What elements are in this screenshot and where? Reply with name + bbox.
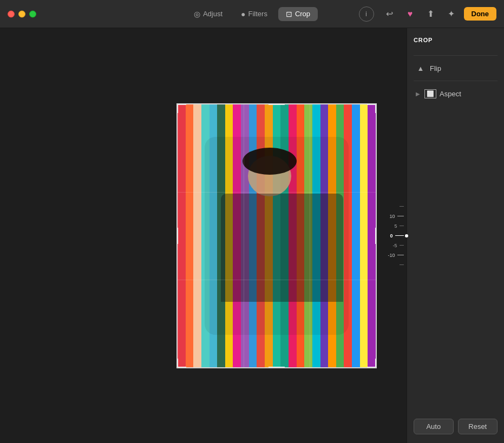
right-panel: CROP ▲ Flip ▶ ⬜ Aspect Auto Reset xyxy=(407,28,504,443)
info-icon: i xyxy=(365,10,367,18)
tab-filters-label: Filters xyxy=(248,10,267,18)
aspect-icon: ⬜ xyxy=(426,89,435,98)
reset-button[interactable]: Reset xyxy=(458,419,498,434)
panel-divider-mid xyxy=(414,81,498,81)
aspect-row[interactable]: ▶ ⬜ Aspect xyxy=(414,85,498,102)
dial-tick-15 xyxy=(382,202,404,211)
adjust-tools-button[interactable]: ✦ xyxy=(443,6,460,22)
maximize-button[interactable] xyxy=(29,10,36,17)
done-button[interactable]: Done xyxy=(464,7,497,21)
dial-tick-0: 0 xyxy=(382,231,404,241)
panel-title: CROP xyxy=(414,37,498,43)
panel-divider-top xyxy=(414,55,498,56)
crop-handle-bottom[interactable] xyxy=(269,367,285,368)
photo-canvas[interactable] xyxy=(176,103,377,368)
dial-track: 10 5 0 -5 xyxy=(382,182,404,290)
toolbar-right: i ↩ ♥ ⬆ ✦ Done xyxy=(359,6,497,22)
dial-tick-n10: -10 xyxy=(382,250,404,260)
panel-bottom: Auto Reset xyxy=(414,410,498,434)
tab-adjust-label: Adjust xyxy=(203,10,222,18)
rotation-dial[interactable]: 10 5 0 -5 xyxy=(382,182,409,290)
minimize-button[interactable] xyxy=(18,10,25,17)
crop-handle-right[interactable] xyxy=(375,228,377,244)
photo-area: 10 5 0 -5 xyxy=(146,28,407,443)
filters-icon: ● xyxy=(241,10,245,18)
close-button[interactable] xyxy=(8,10,15,17)
photo-wrapper: 10 5 0 -5 xyxy=(176,103,377,368)
wand-icon: ✦ xyxy=(448,9,455,19)
auto-button[interactable]: Auto xyxy=(414,419,454,434)
flip-icon: ▲ xyxy=(416,63,426,73)
dial-tick-5: 5 xyxy=(382,221,404,231)
aspect-label: Aspect xyxy=(440,90,461,98)
main-content: 10 5 0 -5 xyxy=(0,28,504,443)
info-button[interactable]: i xyxy=(359,6,374,22)
aspect-chevron-icon: ▶ xyxy=(416,91,420,97)
revert-icon: ↩ xyxy=(386,9,393,19)
crop-handle-top[interactable] xyxy=(269,103,285,105)
crop-handle-bottom-right[interactable] xyxy=(367,359,377,368)
flip-row[interactable]: ▲ Flip xyxy=(414,60,498,76)
crop-handle-top-left[interactable] xyxy=(176,103,186,113)
heart-icon: ♥ xyxy=(408,9,413,19)
dial-tick-n15 xyxy=(382,260,404,270)
photo-background xyxy=(178,104,376,367)
crop-handle-left[interactable] xyxy=(176,228,178,244)
tab-crop-label: Crop xyxy=(295,10,310,18)
tab-crop[interactable]: ⊡ Crop xyxy=(278,7,318,21)
dial-tick-10: 10 xyxy=(382,211,404,221)
traffic-lights xyxy=(8,10,36,17)
revert-button[interactable]: ↩ xyxy=(382,6,398,22)
flip-label: Flip xyxy=(430,64,441,72)
dial-tick-n5: -5 xyxy=(382,241,404,250)
favorite-button[interactable]: ♥ xyxy=(402,6,418,22)
crop-handle-top-right[interactable] xyxy=(367,103,377,113)
crop-icon: ⊡ xyxy=(286,10,292,18)
tab-adjust[interactable]: ◎ Adjust xyxy=(186,7,230,21)
share-button[interactable]: ⬆ xyxy=(423,6,439,22)
dial-zero-marker xyxy=(405,234,408,237)
adjust-icon: ◎ xyxy=(194,10,200,18)
left-sidebar xyxy=(0,28,146,443)
tab-filters[interactable]: ● Filters xyxy=(233,7,275,21)
crop-handle-bottom-left[interactable] xyxy=(176,359,186,368)
toolbar-tabs: ◎ Adjust ● Filters ⊡ Crop xyxy=(186,7,318,21)
titlebar: ◎ Adjust ● Filters ⊡ Crop i ↩ ♥ ⬆ ✦ Done xyxy=(0,0,504,28)
share-icon: ⬆ xyxy=(427,9,434,19)
bottom-buttons: Auto Reset xyxy=(414,419,498,434)
